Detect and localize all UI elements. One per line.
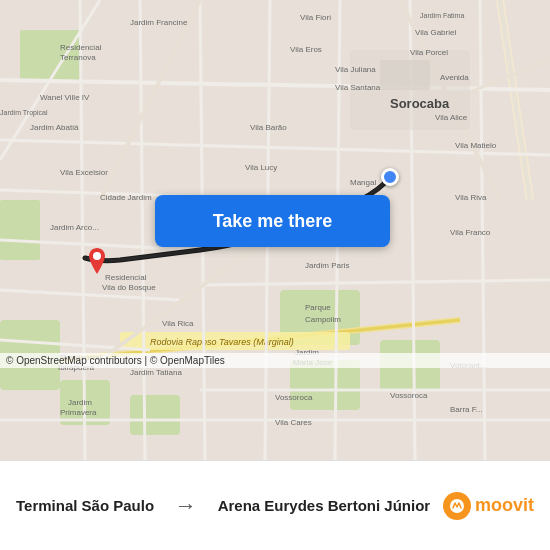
from-name: Terminal São Paulo bbox=[16, 497, 154, 514]
svg-text:Jardim Tropical: Jardim Tropical bbox=[0, 109, 48, 117]
from-section: Terminal São Paulo bbox=[16, 497, 154, 514]
svg-rect-7 bbox=[0, 200, 40, 260]
svg-text:Vila Santana: Vila Santana bbox=[335, 83, 381, 92]
origin-dot bbox=[381, 168, 399, 186]
svg-text:Vila Excelsior: Vila Excelsior bbox=[60, 168, 108, 177]
svg-point-82 bbox=[93, 252, 101, 260]
moovit-circle-icon bbox=[443, 492, 471, 520]
svg-text:Vila Riva: Vila Riva bbox=[455, 193, 487, 202]
svg-text:Vila Eros: Vila Eros bbox=[290, 45, 322, 54]
svg-text:Mangal: Mangal bbox=[350, 178, 376, 187]
svg-text:Vila Juliana: Vila Juliana bbox=[335, 65, 376, 74]
svg-text:Primavera: Primavera bbox=[60, 408, 97, 417]
take-me-there-button[interactable]: Take me there bbox=[155, 195, 390, 247]
copyright-bar: © OpenStreetMap contributors | © OpenMap… bbox=[0, 353, 550, 368]
svg-text:Jardim Francine: Jardim Francine bbox=[130, 18, 188, 27]
svg-text:Vila Gabriel: Vila Gabriel bbox=[415, 28, 456, 37]
svg-text:Vila Lucy: Vila Lucy bbox=[245, 163, 277, 172]
to-section: Arena Eurydes Bertoni Júnior bbox=[218, 497, 431, 514]
svg-text:Vila Fiori: Vila Fiori bbox=[300, 13, 331, 22]
svg-text:Terranova: Terranova bbox=[60, 53, 96, 62]
destination-pin bbox=[85, 248, 109, 278]
moovit-logo: moovit bbox=[443, 492, 534, 520]
map-container: Rodovia Raposo Tavares (Marginal) bbox=[0, 0, 550, 460]
svg-text:Jardim: Jardim bbox=[68, 398, 92, 407]
svg-text:Vossoroca: Vossoroca bbox=[275, 393, 313, 402]
svg-text:Wanel Ville IV: Wanel Ville IV bbox=[40, 93, 90, 102]
svg-text:Vila Barão: Vila Barão bbox=[250, 123, 287, 132]
svg-text:Vila Porcel: Vila Porcel bbox=[410, 48, 448, 57]
svg-text:Vila Franco: Vila Franco bbox=[450, 228, 491, 237]
arrow-icon: → bbox=[175, 493, 197, 519]
svg-text:Jardim Fatima: Jardim Fatima bbox=[420, 12, 464, 19]
svg-text:Parque: Parque bbox=[305, 303, 331, 312]
svg-rect-37 bbox=[380, 60, 430, 90]
svg-text:Jardim Abatiá: Jardim Abatiá bbox=[30, 123, 79, 132]
svg-text:Jardim Paris: Jardim Paris bbox=[305, 261, 349, 270]
moovit-text: moovit bbox=[475, 495, 534, 516]
svg-text:Residencial: Residencial bbox=[105, 273, 147, 282]
svg-rect-6 bbox=[130, 395, 180, 435]
svg-text:Vossoroca: Vossoroca bbox=[390, 391, 428, 400]
svg-text:Rodovia Raposo Tavares (Margin: Rodovia Raposo Tavares (Marginal) bbox=[150, 337, 294, 347]
svg-text:Vila do Bosque: Vila do Bosque bbox=[102, 283, 156, 292]
svg-text:Residencial: Residencial bbox=[60, 43, 102, 52]
copyright-text: © OpenStreetMap contributors | © OpenMap… bbox=[6, 355, 225, 366]
svg-text:Vila Matielo: Vila Matielo bbox=[455, 141, 497, 150]
svg-text:Barra F...: Barra F... bbox=[450, 405, 482, 414]
svg-text:Vila Cares: Vila Cares bbox=[275, 418, 312, 427]
svg-text:Vila Alice: Vila Alice bbox=[435, 113, 468, 122]
svg-text:Vila Rica: Vila Rica bbox=[162, 319, 194, 328]
svg-text:Jardim Arco...: Jardim Arco... bbox=[50, 223, 99, 232]
svg-text:Cidade Jardim: Cidade Jardim bbox=[100, 193, 152, 202]
svg-text:Avenida: Avenida bbox=[440, 73, 469, 82]
to-name: Arena Eurydes Bertoni Júnior bbox=[218, 497, 431, 514]
svg-text:Jardim Tatiana: Jardim Tatiana bbox=[130, 368, 182, 377]
bottom-bar: Terminal São Paulo → Arena Eurydes Berto… bbox=[0, 460, 550, 550]
svg-text:Sorocaba: Sorocaba bbox=[390, 96, 450, 111]
svg-text:Campolim: Campolim bbox=[305, 315, 341, 324]
